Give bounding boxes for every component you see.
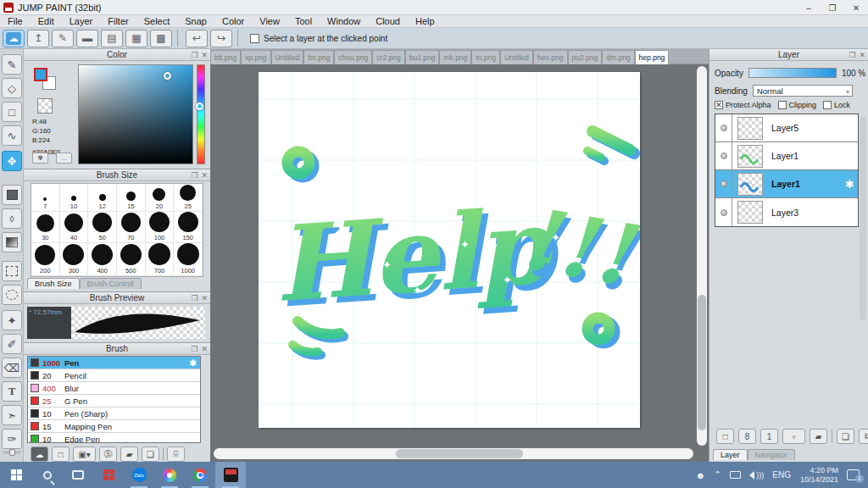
layer-row-layer1-top[interactable]: Layer1 (715, 142, 858, 170)
menu-tool[interactable]: Tool (287, 15, 320, 28)
action-center-icon[interactable]: 1 (847, 469, 860, 480)
brush-size-option[interactable]: 12 (88, 184, 117, 212)
brush-size-option[interactable]: 100 (146, 212, 175, 243)
doc-tab-active[interactable]: hep.png (635, 50, 670, 64)
volume-icon[interactable]: ))) (749, 471, 764, 480)
text-tool[interactable]: T (2, 381, 22, 402)
menu-cloud[interactable]: Cloud (368, 15, 408, 28)
operation-tool[interactable]: ➣ (2, 405, 22, 425)
doc-tab[interactable]: bu1.png (405, 50, 440, 64)
language-indicator[interactable]: ENG (772, 470, 791, 480)
brush-size-option[interactable]: 30 (31, 212, 60, 243)
transparent-swatch[interactable] (37, 98, 53, 114)
brush-size-option[interactable]: 15 (117, 184, 146, 212)
redo-button[interactable]: ↪ (210, 30, 232, 47)
doc-tab[interactable]: pu2.png (568, 50, 603, 64)
layer-folder-button[interactable]: ▰ (810, 429, 827, 444)
duplicate-layer-button[interactable]: ❏ (837, 429, 854, 444)
tab-brush-size[interactable]: Brush Size (27, 278, 80, 289)
popout-icon[interactable]: ❐ (191, 169, 198, 181)
doc-tab[interactable]: mk.png (439, 50, 471, 64)
select-eraser-tool[interactable]: ⌫ (2, 358, 22, 378)
menu-edit[interactable]: Edit (31, 15, 62, 28)
minimize-button[interactable]: – (797, 0, 821, 15)
menu-window[interactable]: Window (320, 15, 368, 28)
popout-icon[interactable]: ❐ (849, 49, 855, 61)
saturation-value-picker[interactable] (78, 64, 193, 164)
close-icon[interactable]: ✕ (201, 343, 208, 355)
bucket-tool[interactable]: ⬨ (2, 208, 22, 229)
taskbar-app-jump-paint[interactable] (215, 462, 246, 488)
layer-row-layer1-selected[interactable]: Layer1 ✱ (715, 170, 858, 198)
brush-size-option[interactable]: 10 (60, 184, 89, 212)
foreground-color-swatch[interactable] (34, 68, 47, 81)
close-icon[interactable]: ✕ (201, 49, 208, 61)
sv-marker[interactable] (164, 72, 171, 80)
protect-alpha-checkbox-row[interactable]: ✕Protect Alpha (715, 101, 771, 109)
add-1bit-layer-button[interactable]: 1 (760, 429, 778, 444)
brush-folder-button[interactable]: ▰ (120, 446, 138, 462)
menu-select[interactable]: Select (136, 15, 178, 28)
opacity-slider[interactable] (748, 68, 837, 78)
lock-checkbox[interactable] (823, 101, 832, 109)
protect-alpha-checkbox[interactable]: ✕ (715, 101, 723, 109)
shape-tool[interactable]: □ (2, 102, 22, 122)
magic-wand-tool[interactable]: ✦ (2, 310, 22, 330)
hidden-icons-chevron[interactable]: ⌃ (714, 469, 721, 480)
taskbar-clock[interactable]: 4:20 PM 10/14/2021 (800, 466, 838, 485)
taskbar-search-button[interactable] (32, 462, 63, 488)
menu-color[interactable]: Color (214, 15, 252, 28)
doc-tab[interactable]: chou.png (334, 50, 372, 64)
menu-view[interactable]: View (252, 15, 287, 28)
taskbar-app-remote[interactable] (93, 462, 124, 488)
brush-size-option[interactable]: 50 (88, 212, 117, 243)
blending-select[interactable]: Normal▾ (753, 85, 853, 97)
brush-tool[interactable]: ✎ (2, 54, 22, 75)
lock-checkbox-row[interactable]: Lock (823, 101, 850, 109)
layer-list-scrollbar[interactable] (860, 117, 866, 320)
document-button[interactable]: ▤ (101, 30, 123, 47)
close-icon[interactable]: ✕ (201, 169, 208, 181)
clipping-checkbox[interactable] (778, 101, 787, 109)
brush-size-option[interactable]: 700 (146, 243, 175, 276)
layer-row-layer5[interactable]: Layer5 (715, 114, 858, 142)
brush-size-option[interactable]: 20 (146, 184, 175, 212)
task-view-button[interactable] (63, 462, 93, 488)
brush-size-option[interactable]: 400 (88, 243, 117, 276)
menu-help[interactable]: Help (408, 15, 442, 28)
add-brush-button[interactable]: □ (52, 446, 70, 462)
doc-tab[interactable]: dm.png (602, 50, 634, 64)
visibility-toggle[interactable] (715, 114, 732, 141)
delete-brush-button[interactable]: ⍌ (167, 446, 185, 462)
brush-size-option[interactable]: 40 (60, 212, 89, 243)
doc-tab[interactable]: Untitled (271, 50, 304, 64)
popout-icon[interactable]: ❐ (191, 292, 198, 304)
menu-snap[interactable]: Snap (177, 15, 214, 28)
popout-icon[interactable]: ❐ (191, 343, 198, 355)
visibility-toggle[interactable] (715, 198, 732, 226)
maximize-button[interactable]: ❐ (821, 0, 844, 15)
visibility-toggle[interactable] (715, 142, 732, 169)
hue-marker[interactable] (196, 103, 203, 110)
hue-slider[interactable] (197, 64, 205, 164)
eraser-tool[interactable]: ◇ (2, 78, 22, 98)
doc-tab[interactable]: btt.png (210, 50, 241, 64)
tab-brush-control[interactable]: Brush Control (80, 278, 142, 289)
brush-item-pencil[interactable]: 20 Pencil (28, 369, 200, 382)
canvas-horizontal-scrollbar[interactable] (214, 448, 693, 459)
brush-size-option[interactable]: 1000 (174, 243, 203, 276)
select-layer-checkbox[interactable] (250, 34, 259, 43)
user-icon[interactable]: ☻ (695, 470, 705, 480)
start-button[interactable] (2, 462, 32, 488)
hscroll-thumb[interactable] (396, 449, 523, 458)
layer-row-layer3[interactable]: Layer3 (715, 198, 858, 226)
menu-filter[interactable]: Filter (100, 15, 136, 28)
brush-size-option[interactable]: 150 (174, 212, 203, 243)
doc-tab[interactable]: cr2.png (372, 50, 404, 64)
add-8bit-layer-button[interactable]: 8 (738, 429, 756, 444)
comment-button[interactable]: ✎︎ (52, 30, 74, 47)
brush-size-option[interactable]: 70 (117, 212, 146, 243)
palette-button[interactable]: ✾ (32, 152, 48, 164)
taskbar-app-chrome[interactable] (185, 462, 215, 488)
curve-tool[interactable]: ∿ (2, 125, 22, 146)
